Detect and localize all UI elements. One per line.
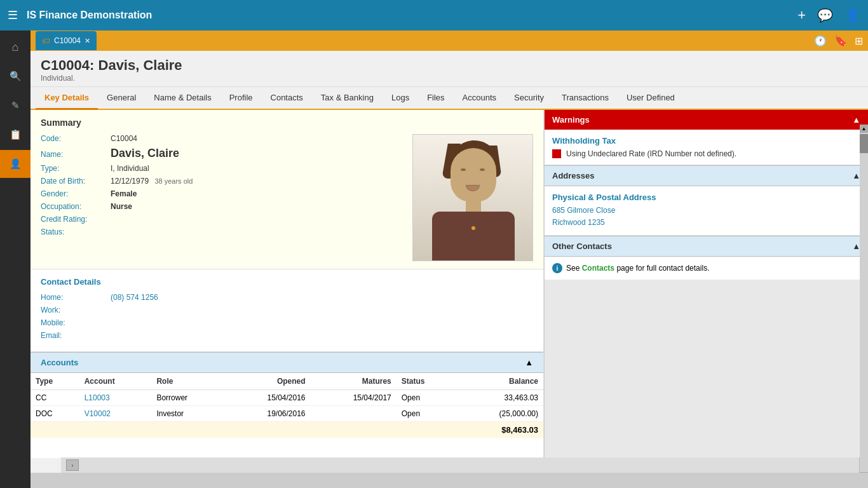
sidebar-item-home[interactable]: ⌂	[0, 33, 31, 61]
tab-name-details[interactable]: Name & Details	[145, 87, 220, 110]
scroll-thumb[interactable]	[860, 134, 868, 153]
tab-tax-banking[interactable]: Tax & Banking	[312, 87, 383, 110]
row1-account[interactable]: L10003	[79, 390, 152, 406]
tab-contacts[interactable]: Contacts	[262, 87, 312, 110]
accounts-collapse-icon[interactable]: ▲	[525, 358, 533, 367]
work-label: Work:	[41, 306, 111, 315]
other-contacts-body: i See Contacts page for full contact det…	[545, 257, 868, 280]
layout-icon[interactable]: ⊞	[855, 35, 863, 47]
other-contacts-info: i See Contacts page for full contact det…	[552, 263, 860, 273]
side-nav: ⌂ 🔍 ✎ 📋 👤	[0, 30, 31, 488]
status-bar: › ⤡	[61, 458, 868, 473]
scroll-up-btn[interactable]: ▲	[860, 125, 868, 133]
table-row: CC L10003 Borrower 15/04/2016 15/04/2017…	[31, 390, 543, 406]
dob-label: Date of Birth:	[41, 177, 111, 186]
open-tab[interactable]: 🏷 C10004 ✕	[36, 31, 97, 50]
row1-status: Open	[397, 390, 456, 406]
tab-accounts[interactable]: Accounts	[454, 87, 505, 110]
user-icon[interactable]: 👤	[844, 8, 860, 23]
warnings-body: Withholding Tax Using Undeclared Rate (I…	[545, 130, 868, 165]
tab-key-details[interactable]: Key Details	[36, 87, 98, 110]
occupation-value: Nurse	[111, 202, 132, 211]
address-type-title: Physical & Postal Address	[552, 193, 860, 202]
contact-section: Contact Details Home: (08) 574 1256 Work…	[31, 269, 543, 352]
warning-message: Using Undeclared Rate (IRD Number not de…	[566, 149, 736, 158]
warnings-header[interactable]: Warnings ▲	[545, 110, 868, 130]
tab-close-icon[interactable]: ✕	[85, 37, 90, 45]
tab-security[interactable]: Security	[505, 87, 553, 110]
sidebar-item-search[interactable]: 🔍	[0, 62, 31, 90]
row1-opened: 15/04/2016	[224, 390, 310, 406]
code-value: C10004	[111, 134, 137, 143]
row2-opened: 19/06/2016	[224, 406, 310, 422]
email-label: Email:	[41, 331, 111, 340]
page-header: C10004: Davis, Claire Individual.	[31, 51, 868, 87]
type-label: Type:	[41, 164, 111, 173]
sidebar-item-person[interactable]: 👤	[0, 150, 31, 178]
row2-type: DOC	[31, 406, 79, 422]
info-text: See Contacts page for full contact detai…	[566, 264, 709, 273]
addresses-title: Addresses	[552, 171, 594, 180]
field-name: Name: Davis, Claire	[41, 147, 412, 160]
tab-general[interactable]: General	[98, 87, 145, 110]
mobile-label: Mobile:	[41, 318, 111, 327]
warnings-collapse-icon[interactable]: ▲	[852, 115, 860, 125]
col-matures: Matures	[311, 373, 397, 390]
page-title: C10004: Davis, Claire	[41, 57, 858, 74]
gender-label: Gender:	[41, 189, 111, 198]
history-icon[interactable]: 🕐	[814, 35, 827, 47]
row2-role: Investor	[151, 406, 224, 422]
col-account: Account	[79, 373, 152, 390]
summary-section: Summary Code: C10004 Name: Davis, Claire…	[31, 110, 543, 269]
name-value: Davis, Claire	[111, 147, 179, 160]
summary-title: Summary	[41, 118, 533, 128]
contacts-link[interactable]: Contacts	[582, 264, 614, 273]
tab-transactions[interactable]: Transactions	[553, 87, 618, 110]
messages-icon[interactable]: 💬	[817, 8, 833, 23]
tab-logs[interactable]: Logs	[383, 87, 418, 110]
tab-profile[interactable]: Profile	[220, 87, 262, 110]
app-title: IS Finance Demonstration	[27, 10, 797, 21]
add-icon[interactable]: +	[797, 7, 806, 24]
main-area: C10004: Davis, Claire Individual. Key De…	[31, 51, 868, 473]
col-balance: Balance	[456, 373, 543, 390]
field-type: Type: I, Individual	[41, 164, 412, 173]
col-role: Role	[151, 373, 224, 390]
tab-files[interactable]: Files	[418, 87, 453, 110]
bookmark-icon[interactable]: 🔖	[834, 35, 847, 47]
row2-balance: (25,000.00)	[456, 406, 543, 422]
code-label: Code:	[41, 134, 111, 143]
table-row: DOC V10002 Investor 19/06/2016 Open (25,…	[31, 406, 543, 422]
name-label: Name:	[41, 150, 111, 159]
tab-bar: 🏷 C10004 ✕ 🕐 🔖 ⊞	[31, 30, 868, 51]
credit-label: Credit Rating:	[41, 215, 111, 224]
field-status: Status:	[41, 227, 412, 236]
warning-item: Using Undeclared Rate (IRD Number not de…	[552, 149, 860, 158]
sidebar-item-document[interactable]: 📋	[0, 121, 31, 149]
sidebar-item-edit[interactable]: ✎	[0, 92, 31, 119]
field-email: Email:	[41, 331, 533, 340]
accounts-header[interactable]: Accounts ▲	[31, 352, 543, 373]
home-value: (08) 574 1256	[111, 293, 158, 302]
addresses-header[interactable]: Addresses ▲	[545, 165, 868, 186]
status-bar-left: ›	[66, 459, 79, 471]
left-panel: Summary Code: C10004 Name: Davis, Claire…	[31, 110, 544, 458]
tab-user-defined[interactable]: User Defined	[618, 87, 684, 110]
status-nav-btn[interactable]: ›	[66, 459, 79, 471]
row2-account[interactable]: V10002	[79, 406, 152, 422]
menu-icon[interactable]: ☰	[8, 8, 18, 22]
contact-title: Contact Details	[41, 277, 533, 287]
row1-type: CC	[31, 390, 79, 406]
col-opened: Opened	[224, 373, 310, 390]
other-contacts-header[interactable]: Other Contacts ▲	[545, 236, 868, 257]
address-line1: 685 Gilmore Close	[552, 205, 860, 217]
occupation-label: Occupation:	[41, 202, 111, 211]
summary-fields: Code: C10004 Name: Davis, Claire Type: I…	[41, 134, 412, 261]
scrollbar[interactable]: ▲ ▼	[860, 125, 868, 458]
nav-tabs: Key Details General Name & Details Profi…	[31, 87, 868, 110]
field-occupation: Occupation: Nurse	[41, 202, 412, 211]
row2-status: Open	[397, 406, 456, 422]
field-credit: Credit Rating:	[41, 215, 412, 224]
summary-content: Code: C10004 Name: Davis, Claire Type: I…	[41, 134, 533, 261]
row1-balance: 33,463.03	[456, 390, 543, 406]
